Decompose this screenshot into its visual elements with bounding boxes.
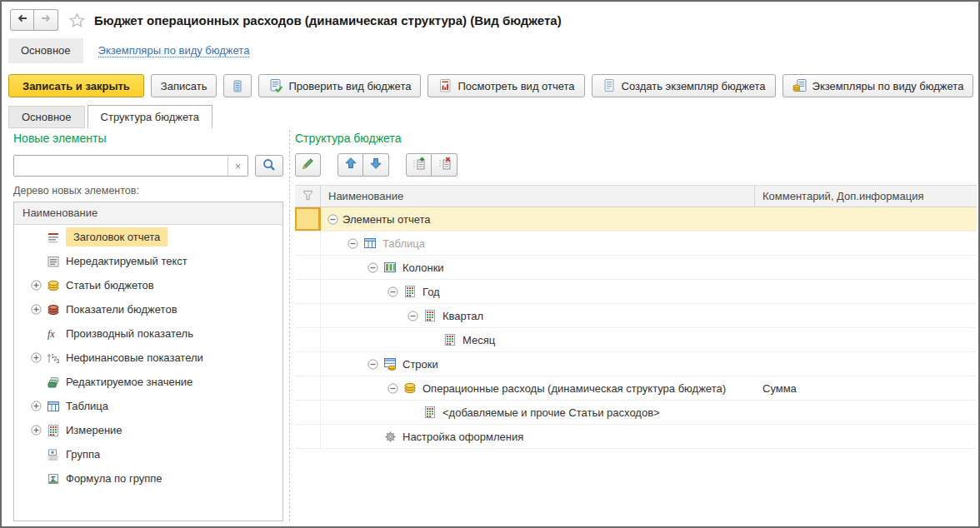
structure-item-label: Строки (402, 358, 438, 371)
instances-by-budget-view-button[interactable]: Экземпляры по виду бюджета (782, 74, 974, 97)
row-marker-cell[interactable] (295, 304, 321, 327)
new-element-row[interactable]: Показатели бюджетов (14, 297, 282, 321)
collapse-icon[interactable] (368, 262, 382, 273)
new-element-row[interactable]: Статьи бюджетов (14, 273, 282, 297)
arrow-right-icon (39, 12, 52, 28)
name-cell: Настройка оформления (321, 430, 755, 443)
view-report-button[interactable]: Посмотреть вид отчета (428, 74, 584, 97)
button-label: Проверить вид бюджета (288, 80, 411, 92)
add-tree-item-icon (412, 157, 426, 174)
expand-icon[interactable] (31, 280, 46, 291)
new-element-row[interactable]: Таблица (14, 394, 282, 418)
collapse-icon[interactable] (388, 286, 402, 297)
tab-budget-structure[interactable]: Структура бюджета (88, 105, 212, 128)
structure-row[interactable]: Месяц (295, 328, 977, 352)
row-marker-cell[interactable] (295, 425, 321, 448)
forward-button[interactable] (34, 9, 58, 31)
back-button[interactable] (10, 9, 34, 31)
structure-row[interactable]: Строки (295, 352, 977, 376)
row-marker-cell[interactable] (295, 256, 321, 279)
add-element-button[interactable] (406, 153, 432, 177)
collapse-icon[interactable] (368, 359, 382, 370)
coins-brown-icon (46, 303, 61, 316)
name-cell: Год (321, 285, 755, 298)
panel-splitter[interactable] (289, 130, 290, 521)
save-and-close-button[interactable]: Записать и закрыть (8, 74, 144, 97)
name-column-header[interactable]: Наименование (321, 186, 755, 207)
comment-cell: Сумма (755, 382, 977, 395)
nav-tab-main[interactable]: Основное (8, 38, 83, 63)
search-input[interactable] (14, 156, 228, 176)
move-up-button[interactable] (338, 153, 363, 177)
delete-element-button[interactable] (432, 153, 458, 177)
row-marker-cell[interactable] (295, 401, 321, 424)
structure-row[interactable]: Год (295, 280, 977, 304)
check-budget-view-button[interactable]: Проверить вид бюджета (258, 74, 421, 97)
document-coins-icon (792, 78, 808, 93)
new-elements-panel: Новые элементы × Дерево новых элементов:… (13, 130, 283, 521)
row-marker-cell[interactable] (295, 280, 321, 303)
new-element-row[interactable]: 123Нефинансовые показатели (14, 346, 282, 370)
new-element-label: Формула по группе (66, 472, 162, 485)
collapse-icon[interactable] (328, 214, 342, 225)
grid-colored-icon (422, 406, 438, 419)
layers-green-icon (46, 376, 61, 389)
coins-yellow-icon (402, 381, 418, 395)
collapse-icon[interactable] (408, 311, 422, 321)
structure-item-label: Элементы отчета (342, 213, 431, 226)
nav-row: Основное Экземпляры по виду бюджета (8, 38, 249, 63)
row-marker-cell[interactable] (295, 328, 321, 351)
new-element-row[interactable]: Группа (14, 442, 282, 466)
new-element-label: Редактируемое значение (66, 376, 192, 388)
expand-icon[interactable] (31, 425, 46, 436)
row-marker-cell[interactable] (295, 352, 321, 376)
create-budget-instance-button[interactable]: Создать экземпляр бюджета (592, 74, 776, 97)
new-element-row[interactable]: Редактируемое значение (14, 370, 282, 394)
history-nav (10, 9, 58, 31)
structure-row[interactable]: Квартал (295, 304, 977, 328)
structure-row[interactable]: Операционные расходы (динамическая струк… (295, 376, 977, 401)
structure-row[interactable]: Настройка оформления (295, 425, 977, 449)
new-element-row[interactable]: Заголовок отчета (14, 225, 282, 249)
search-button[interactable] (255, 155, 283, 177)
left-column-header[interactable]: Наименование (14, 202, 282, 225)
new-element-row[interactable]: fxПроизводный показатель (14, 321, 282, 346)
grid-colored-icon (46, 424, 61, 437)
structure-item-label: Операционные расходы (динамическая струк… (422, 382, 726, 395)
collapse-icon[interactable] (388, 383, 402, 394)
move-down-button[interactable] (363, 153, 389, 177)
title-bar: Бюджет операционных расходов (динамическ… (10, 7, 970, 33)
new-element-label: Таблица (66, 400, 108, 412)
row-marker-cell[interactable] (295, 232, 321, 255)
expand-icon[interactable] (31, 352, 46, 363)
row-marker-cell[interactable] (295, 376, 321, 400)
expand-icon[interactable] (31, 304, 46, 315)
edit-button[interactable] (295, 153, 321, 177)
nav-link-instances[interactable]: Экземпляры по виду бюджета (98, 44, 250, 57)
comment-column-header[interactable]: Комментарий, Доп.информация (755, 190, 977, 202)
new-element-row[interactable]: Измерение (14, 418, 282, 442)
new-element-row[interactable]: ΣФормула по группе (14, 466, 282, 491)
name-cell: Колонки (321, 261, 755, 274)
new-element-row[interactable]: Нередактируемый текст (14, 249, 282, 273)
structure-row[interactable]: <добавляемые и прочие Статьи расходов> (295, 401, 977, 425)
collapse-icon[interactable] (348, 238, 362, 249)
left-panel-title: Новые элементы (13, 132, 283, 148)
tab-main[interactable]: Основное (8, 106, 85, 128)
structure-row[interactable]: Элементы отчета (295, 207, 977, 232)
new-element-label: Группа (66, 448, 100, 461)
expand-icon[interactable] (31, 401, 46, 411)
structure-row[interactable]: Колонки (295, 256, 977, 280)
svg-text:Σ: Σ (51, 474, 56, 482)
current-row-marker[interactable] (295, 207, 321, 231)
button-label: Создать экземпляр бюджета (622, 80, 766, 92)
table-blue-icon (46, 400, 61, 413)
structure-row[interactable]: Таблица (295, 232, 977, 256)
save-button[interactable]: Записать (151, 74, 218, 97)
filter-header-cell[interactable] (295, 186, 321, 207)
new-element-label: Показатели бюджетов (66, 303, 178, 316)
clear-search-icon[interactable]: × (228, 156, 248, 176)
group-plus-icon (46, 448, 61, 461)
more-report-structure-button[interactable] (223, 74, 252, 97)
favorite-star-icon[interactable] (68, 12, 86, 29)
